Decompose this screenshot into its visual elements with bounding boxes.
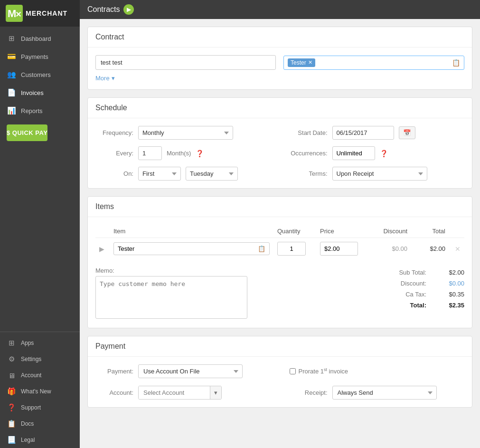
payment-body: Payment: Use Account On File Credit Card… xyxy=(88,357,472,407)
customer-field-icon[interactable]: 📋 xyxy=(452,59,460,67)
col-item: Item xyxy=(110,225,273,238)
receipt-row: Receipt: Always Send Never Send Send on … xyxy=(290,386,465,400)
sidebar-item-label: Docs xyxy=(21,420,34,427)
apps-icon: ⊞ xyxy=(7,338,16,348)
sidebar-bottom-nav: ⊞ Apps ⚙ Settings 🖥 Account 🎁 What's New… xyxy=(0,332,80,448)
frequency-label: Frequency: xyxy=(95,129,133,136)
receipt-select[interactable]: Always Send Never Send Send on Request xyxy=(332,386,437,400)
start-date-input[interactable] xyxy=(332,126,394,140)
payment-grid: Payment: Use Account On File Credit Card… xyxy=(95,364,464,400)
terms-label: Terms: xyxy=(290,170,328,177)
customer-tag-close[interactable]: ✕ xyxy=(308,59,312,66)
item-info-icon[interactable]: 📋 xyxy=(258,245,265,252)
prorate-text: Prorate 1st invoice xyxy=(299,367,348,375)
memo-label: Memo: xyxy=(95,267,360,274)
frequency-row: Frequency: Monthly Daily Weekly Yearly xyxy=(95,126,271,140)
on-position-select[interactable]: First Second Third Fourth Last xyxy=(138,167,181,181)
on-label: On: xyxy=(95,170,133,177)
start-date-label: Start Date: xyxy=(290,129,328,136)
occurrences-input[interactable] xyxy=(332,146,375,160)
schedule-left: Frequency: Monthly Daily Weekly Yearly E… xyxy=(95,126,271,181)
sidebar-item-label: Settings xyxy=(21,356,41,362)
item-quantity-input[interactable] xyxy=(277,242,306,256)
help-icon[interactable]: ❓ xyxy=(196,150,204,157)
sidebar-item-payments[interactable]: 💳 Payments xyxy=(0,48,80,66)
items-title: Items xyxy=(95,202,114,210)
quick-pay-button[interactable]: $ QUICK PAY xyxy=(7,124,47,141)
calendar-button[interactable]: 📅 xyxy=(399,126,415,139)
customers-icon: 👥 xyxy=(7,70,16,79)
account-dropdown-btn[interactable]: ▾ xyxy=(210,386,221,399)
topbar-nav-icon[interactable]: ▶ xyxy=(123,4,134,15)
docs-icon: 📋 xyxy=(7,419,16,429)
row-remove-icon[interactable]: ✕ xyxy=(453,245,461,253)
totals-section: Sub Total: $2.00 Discount: $0.00 Ca Tax:… xyxy=(369,267,464,311)
sidebar-item-settings[interactable]: ⚙ Settings xyxy=(0,351,80,367)
sidebar-item-apps[interactable]: ⊞ Apps xyxy=(0,335,80,351)
sidebar: M ✕ MERCHANT ⊞ Dashboard 💳 Payments 👥 Cu… xyxy=(0,0,80,448)
months-label: Month(s) xyxy=(167,150,191,157)
item-price-input[interactable] xyxy=(320,242,358,256)
page-title: Contracts xyxy=(87,5,120,14)
payment-card: Payment Payment: Use Account On File Cre… xyxy=(87,336,472,408)
sidebar-item-whats-new[interactable]: 🎁 What's New xyxy=(0,383,80,400)
terms-select[interactable]: Upon Receipt Net 15 Net 30 Net 60 xyxy=(332,167,427,181)
payment-method-row: Payment: Use Account On File Credit Card… xyxy=(95,364,271,378)
tax-label: Ca Tax: xyxy=(388,291,426,298)
item-name-input[interactable] xyxy=(118,245,255,252)
sidebar-item-dashboard[interactable]: ⊞ Dashboard xyxy=(0,29,80,48)
sidebar-item-legal[interactable]: 📃 Legal xyxy=(0,432,80,448)
contract-row: Tester ✕ 📋 xyxy=(95,55,464,70)
account-input[interactable] xyxy=(139,386,210,399)
items-card: Items Item Quantity Price Discount Total xyxy=(87,196,472,328)
svg-text:✕: ✕ xyxy=(15,10,21,19)
on-day-select[interactable]: Tuesday Sunday Monday Wednesday Thursday… xyxy=(186,167,238,181)
table-row: ▶ 📋 xyxy=(95,238,464,260)
col-quantity: Quantity xyxy=(273,225,316,238)
col-total: Total xyxy=(411,225,449,238)
sidebar-item-label: Legal xyxy=(21,437,35,443)
sidebar-item-label: Account xyxy=(21,372,41,379)
schedule-card: Schedule Frequency: Monthly Daily Weekly… xyxy=(87,97,472,189)
items-body: Item Quantity Price Discount Total ▶ xyxy=(88,217,472,328)
col-price: Price xyxy=(316,225,364,238)
sidebar-item-reports[interactable]: 📊 Reports xyxy=(0,102,80,120)
contract-name-input[interactable] xyxy=(95,55,276,70)
sidebar-item-customers[interactable]: 👥 Customers xyxy=(0,66,80,84)
sidebar-item-account[interactable]: 🖥 Account xyxy=(0,367,80,383)
account-row: Account: ▾ xyxy=(95,386,271,400)
prorate-checkbox[interactable] xyxy=(290,368,296,374)
frequency-select[interactable]: Monthly Daily Weekly Yearly xyxy=(138,126,233,140)
main-content: Contracts ▶ Contract Tester ✕ 📋 xyxy=(80,0,480,448)
more-link[interactable]: More ▾ xyxy=(95,75,115,82)
row-expand-icon[interactable]: ▶ xyxy=(99,245,104,253)
more-label: More xyxy=(95,75,110,82)
sidebar-item-docs[interactable]: 📋 Docs xyxy=(0,416,80,432)
schedule-header: Schedule xyxy=(88,98,472,118)
memo-textarea[interactable] xyxy=(95,276,247,319)
receipt-label: Receipt: xyxy=(290,389,328,396)
payment-method-select[interactable]: Use Account On File Credit Card ACH Chec… xyxy=(138,364,243,378)
payment-method-label: Payment: xyxy=(95,368,133,375)
account-label: Account: xyxy=(95,389,133,396)
sidebar-item-label: Apps xyxy=(21,340,34,346)
total-label: Total: xyxy=(388,302,426,309)
prorate-label[interactable]: Prorate 1st invoice xyxy=(290,367,465,375)
customer-tag: Tester ✕ xyxy=(288,58,315,67)
occurrences-help-icon[interactable]: ❓ xyxy=(380,150,388,157)
on-row: On: First Second Third Fourth Last Tuesd… xyxy=(95,167,271,181)
every-input[interactable] xyxy=(138,146,162,160)
topbar: Contracts ▶ xyxy=(80,0,480,19)
contract-body: Tester ✕ 📋 More ▾ xyxy=(88,48,472,89)
sidebar-item-label: Payments xyxy=(21,53,48,60)
customer-field: Tester ✕ 📋 xyxy=(283,56,464,70)
brand-name: MERCHANT xyxy=(26,10,67,17)
main-nav: ⊞ Dashboard 💳 Payments 👥 Customers 📄 Inv… xyxy=(0,27,80,332)
every-label: Every: xyxy=(95,150,133,157)
content-area: Contract Tester ✕ 📋 More ▾ xyxy=(80,19,480,415)
account-select-wrap: ▾ xyxy=(138,386,222,400)
sidebar-item-invoices[interactable]: 📄 Invoices xyxy=(0,84,80,102)
sidebar-item-support[interactable]: ❓ Support xyxy=(0,400,80,416)
sidebar-item-label: Customers xyxy=(21,71,51,78)
sidebar-item-label: What's New xyxy=(21,388,51,395)
